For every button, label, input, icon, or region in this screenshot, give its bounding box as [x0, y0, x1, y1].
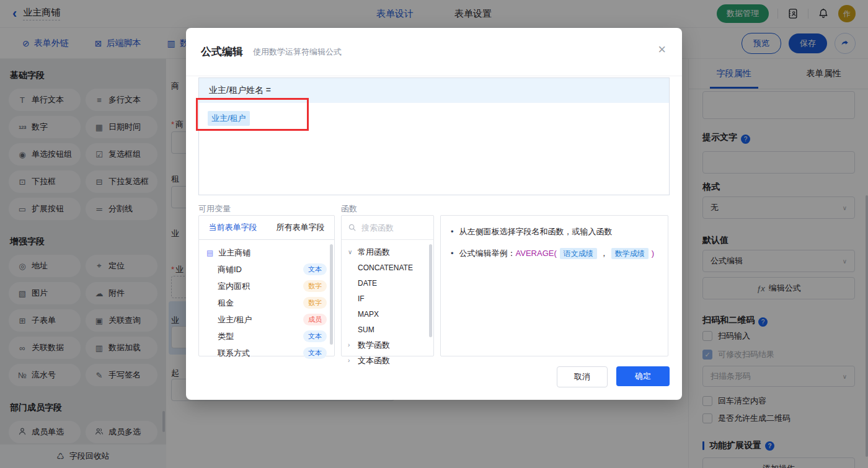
variable-field-row[interactable]: 业主/租户 成员 — [199, 311, 334, 328]
variables-tree: ▤ 业主商铺 商铺ID 文本 室内面积 数字 租金 数字 业主/租户 成员 — [199, 240, 334, 361]
variable-name: 商铺ID — [218, 264, 303, 275]
function-item[interactable]: MAPX — [342, 306, 433, 322]
caret-right-icon: › — [348, 357, 354, 364]
functions-scrollbar[interactable] — [429, 244, 432, 337]
tip-example-line: •公式编辑举例：AVERAGE(语文成绩，数学成绩) — [451, 247, 658, 260]
variable-name: 室内面积 — [218, 281, 303, 292]
function-group-label: 常用函数 — [358, 247, 390, 258]
bullet-icon: • — [451, 249, 454, 258]
function-group-text[interactable]: › 文本函数 — [342, 353, 433, 368]
bullet-icon: • — [451, 227, 454, 236]
form-root-label: 业主商铺 — [218, 247, 250, 258]
type-badge: 文本 — [303, 263, 327, 275]
example-chip: 语文成绩 — [560, 248, 597, 259]
modal-subtitle: 使用数学运算符编辑公式 — [253, 46, 342, 58]
variables-panel: 当前表单字段 所有表单字段 ▤ 业主商铺 商铺ID 文本 室内面积 数字 租金 — [198, 215, 335, 356]
tab-current-form-fields[interactable]: 当前表单字段 — [199, 216, 267, 239]
close-icon[interactable]: × — [658, 43, 666, 56]
variable-field-row[interactable]: 租金 数字 — [199, 294, 334, 311]
search-icon — [348, 223, 356, 232]
cancel-button[interactable]: 取消 — [557, 366, 608, 387]
variable-name: 类型 — [218, 331, 303, 342]
function-group-label: 文本函数 — [358, 355, 390, 366]
function-group-math[interactable]: › 数学函数 — [342, 337, 433, 353]
variable-name: 联系方式 — [218, 348, 303, 359]
form-doc-icon: ▤ — [206, 249, 213, 257]
caret-right-icon: › — [348, 342, 354, 348]
function-search-input[interactable] — [360, 223, 420, 233]
variable-field-row[interactable]: 联系方式 文本 — [199, 345, 334, 361]
modal-title: 公式编辑 — [201, 45, 243, 59]
form-designer-app: ‹ 业主商铺 表单设计 表单设置 数据管理 作 ⊘ 表单外链 ⊠ 后端脚本 — [0, 0, 868, 468]
annotation-red-rectangle — [196, 98, 309, 131]
functions-tree: ∨ 常用函数 CONCATENATE DATE IF MAPX SUM › 数学… — [342, 240, 433, 368]
functions-panel: ∨ 常用函数 CONCATENATE DATE IF MAPX SUM › 数学… — [341, 215, 434, 356]
example-chip: 数学成绩 — [611, 248, 649, 259]
variable-name: 业主/租户 — [218, 314, 303, 325]
variable-field-row[interactable]: 类型 文本 — [199, 328, 334, 345]
form-root-node[interactable]: ▤ 业主商铺 — [199, 244, 334, 261]
function-item[interactable]: DATE — [342, 275, 433, 291]
variable-field-row[interactable]: 室内面积 数字 — [199, 278, 334, 294]
caret-down-icon: ∨ — [348, 249, 354, 255]
type-badge: 文本 — [303, 347, 327, 359]
modal-header: 公式编辑 使用数学运算符编辑公式 — [186, 28, 682, 76]
type-badge: 数字 — [303, 297, 327, 309]
formula-editor: 业主/租户姓名 = 业主/租户 — [198, 77, 670, 195]
function-item[interactable]: IF — [342, 291, 433, 306]
tip-line: •从左侧面板选择字段名和函数，或输入函数 — [451, 225, 658, 239]
variable-field-row[interactable]: 商铺ID 文本 — [199, 261, 334, 278]
tips-panel: •从左侧面板选择字段名和函数，或输入函数 •公式编辑举例：AVERAGE(语文成… — [440, 215, 668, 356]
variables-tabs: 当前表单字段 所有表单字段 — [199, 216, 334, 240]
functions-panel-label: 函数 — [341, 203, 357, 214]
formula-target-label: 业主/租户姓名 = — [209, 85, 271, 96]
tab-all-form-fields[interactable]: 所有表单字段 — [267, 216, 334, 239]
function-group-label: 数学函数 — [358, 340, 390, 351]
variable-name: 租金 — [218, 298, 303, 309]
function-token: ) — [652, 249, 654, 258]
function-item[interactable]: SUM — [342, 322, 433, 337]
function-token: AVERAGE( — [516, 249, 557, 258]
function-search-row — [342, 216, 433, 240]
type-badge: 成员 — [303, 314, 327, 325]
modal-footer: 取消 确定 — [557, 366, 670, 387]
function-item[interactable]: CONCATENATE — [342, 260, 433, 275]
variables-panel-label: 可用变量 — [198, 203, 231, 214]
type-badge: 数字 — [303, 280, 327, 292]
function-group-common[interactable]: ∨ 常用函数 — [342, 244, 433, 260]
formula-edit-modal: 公式编辑 使用数学运算符编辑公式 × 业主/租户姓名 = 业主/租户 可用变量 … — [186, 28, 682, 400]
type-badge: 文本 — [303, 330, 327, 342]
variables-scrollbar[interactable] — [330, 244, 333, 345]
confirm-button[interactable]: 确定 — [616, 366, 670, 386]
